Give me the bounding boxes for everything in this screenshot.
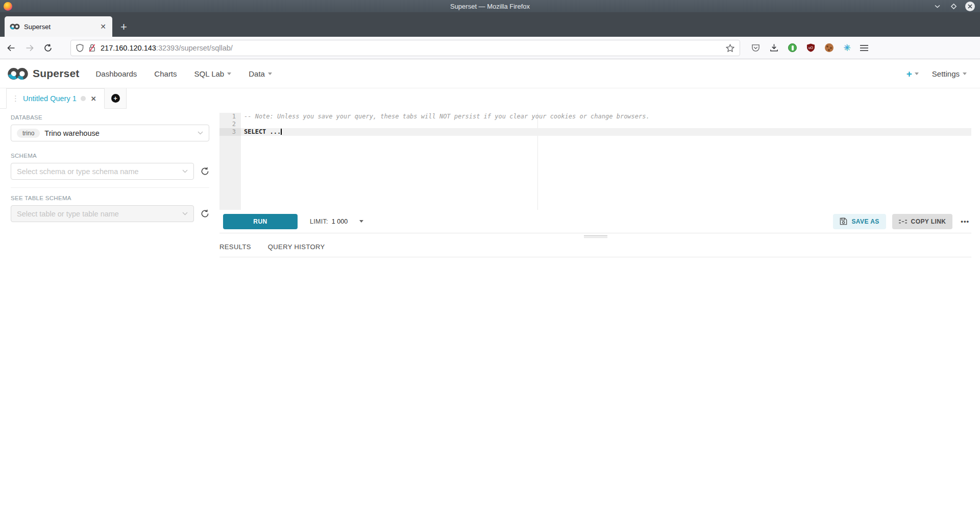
- schema-select-placeholder: Select schema or type schema name: [17, 167, 178, 176]
- tracking-shield-icon[interactable]: [76, 44, 84, 52]
- insecure-lock-icon[interactable]: [88, 44, 96, 52]
- drag-handle-icon[interactable]: ⋮: [12, 95, 19, 102]
- nav-label: Charts: [154, 69, 177, 78]
- superset-navbar: Superset Dashboards Charts SQL Lab Data …: [0, 59, 980, 88]
- copy-link-label: COPY LINK: [911, 218, 946, 225]
- pane-resize-handle[interactable]: [219, 233, 971, 240]
- link-icon: [899, 217, 907, 226]
- extension-cookie-icon[interactable]: [825, 43, 834, 52]
- browser-tab[interactable]: Superset ✕: [5, 16, 112, 37]
- plus-icon: +: [906, 69, 912, 79]
- chevron-down-icon: [359, 220, 363, 223]
- text-cursor: [281, 129, 282, 135]
- query-tab-close-icon[interactable]: ✕: [91, 95, 96, 103]
- save-icon: [840, 217, 847, 225]
- url-path: :32393/superset/sqllab/: [156, 44, 233, 52]
- nav-item-data[interactable]: Data: [249, 69, 272, 78]
- browser-tab-title: Superset: [24, 23, 95, 31]
- query-tab-label: Untitled Query 1: [23, 94, 77, 103]
- limit-label: LIMIT:: [310, 218, 328, 225]
- nav-item-charts[interactable]: Charts: [154, 69, 177, 78]
- chevron-down-icon: [963, 72, 967, 75]
- nav-label: Dashboards: [95, 69, 137, 78]
- line-number-active: 3: [219, 128, 241, 136]
- close-button[interactable]: [965, 2, 975, 11]
- add-query-tab-button[interactable]: +: [105, 88, 127, 108]
- extension-privacy-icon[interactable]: [788, 43, 797, 52]
- database-select-value: Trino warehouse: [44, 129, 193, 137]
- chevron-down-icon: [182, 212, 188, 215]
- refresh-icon: [201, 209, 209, 218]
- database-label: DATABASE: [11, 114, 209, 120]
- query-tab-strip: ⋮ Untitled Query 1 ✕ +: [0, 88, 127, 109]
- schema-select[interactable]: Select schema or type schema name: [11, 163, 194, 180]
- superset-logo[interactable]: Superset: [7, 67, 79, 81]
- schema-label: SCHEMA: [11, 153, 209, 159]
- browser-tab-strip: Superset ✕ +: [0, 12, 980, 37]
- settings-menu[interactable]: Settings: [932, 69, 967, 78]
- forward-icon[interactable]: [26, 44, 34, 52]
- tab-close-icon[interactable]: ✕: [99, 22, 107, 31]
- chevron-down-icon: [227, 72, 231, 75]
- database-backend-pill: trino: [17, 129, 40, 138]
- maximize-button[interactable]: [949, 2, 958, 11]
- limit-value: 1 000: [332, 218, 348, 225]
- back-icon[interactable]: [7, 44, 15, 52]
- window-title: Superset — Mozilla Firefox: [0, 3, 980, 10]
- tab-results[interactable]: RESULTS: [219, 243, 251, 251]
- table-select-placeholder: Select table or type table name: [17, 210, 178, 218]
- chevron-down-icon: [182, 170, 188, 173]
- new-item-button[interactable]: +: [906, 69, 919, 79]
- sql-statement-line: SELECT ...: [244, 128, 281, 135]
- table-select[interactable]: Select table or type table name: [11, 205, 194, 222]
- editor-toolbar: RUN LIMIT: 1 000 SAVE AS: [219, 210, 971, 233]
- new-tab-button[interactable]: +: [120, 21, 127, 33]
- browser-toolbar: 217.160.120.143:32393/superset/sqllab/ u…: [0, 37, 980, 59]
- sql-lab-main: DATABASE trino Trino warehouse SCHEMA Se…: [0, 109, 980, 257]
- query-tab-active[interactable]: ⋮ Untitled Query 1 ✕: [6, 88, 105, 109]
- url-bar[interactable]: 217.160.120.143:32393/superset/sqllab/: [70, 40, 740, 56]
- plus-circle-icon: +: [111, 94, 120, 103]
- line-number: 1: [219, 113, 241, 120]
- tab-query-history[interactable]: QUERY HISTORY: [268, 243, 325, 251]
- extension-ublock-icon[interactable]: uO: [806, 43, 815, 52]
- editor-gutter: 1 2 3: [219, 113, 241, 210]
- database-select[interactable]: trino Trino warehouse: [11, 125, 209, 141]
- copy-link-button[interactable]: COPY LINK: [892, 214, 953, 229]
- nav-label: SQL Lab: [194, 69, 225, 78]
- url-text: 217.160.120.143:32393/superset/sqllab/: [101, 44, 721, 52]
- pocket-icon[interactable]: [751, 44, 760, 52]
- sql-comment-line: -- Note: Unless you save your query, the…: [244, 113, 650, 120]
- nav-label: Data: [249, 69, 265, 78]
- limit-dropdown[interactable]: LIMIT: 1 000: [310, 218, 363, 225]
- menu-icon[interactable]: [860, 45, 868, 51]
- superset-favicon-icon: [10, 23, 20, 30]
- reload-icon[interactable]: [44, 44, 52, 52]
- sidebar-divider: [11, 187, 209, 188]
- refresh-icon: [201, 167, 209, 176]
- sql-code-editor[interactable]: 1 2 3 -- Note: Unless you save your quer…: [219, 113, 971, 210]
- brand-name: Superset: [33, 67, 79, 80]
- query-status-dot: [81, 96, 86, 101]
- bookmark-star-icon[interactable]: [726, 44, 734, 52]
- sql-editor-pane: 1 2 3 -- Note: Unless you save your quer…: [219, 113, 971, 257]
- line-number: 2: [219, 120, 241, 128]
- refresh-schemas-button[interactable]: [201, 167, 209, 176]
- minimize-button[interactable]: [933, 2, 942, 11]
- results-tab-bar: RESULTS QUERY HISTORY: [219, 243, 971, 257]
- save-as-label: SAVE AS: [851, 218, 879, 225]
- svg-text:uO: uO: [808, 46, 813, 50]
- os-titlebar: Superset — Mozilla Firefox: [0, 0, 980, 12]
- refresh-tables-button[interactable]: [201, 209, 209, 218]
- table-schema-label: SEE TABLE SCHEMA: [11, 195, 209, 201]
- nav-item-sql-lab[interactable]: SQL Lab: [194, 69, 232, 78]
- chevron-down-icon: [915, 72, 919, 75]
- nav-item-dashboards[interactable]: Dashboards: [95, 69, 137, 78]
- chevron-down-icon: [198, 131, 203, 135]
- more-actions-button[interactable]: •••: [959, 217, 971, 225]
- save-as-button[interactable]: SAVE AS: [833, 214, 886, 229]
- run-query-button[interactable]: RUN: [223, 214, 298, 229]
- extension-asterisk-icon[interactable]: ✳: [843, 43, 850, 52]
- downloads-icon[interactable]: [770, 43, 778, 52]
- settings-label: Settings: [932, 69, 960, 78]
